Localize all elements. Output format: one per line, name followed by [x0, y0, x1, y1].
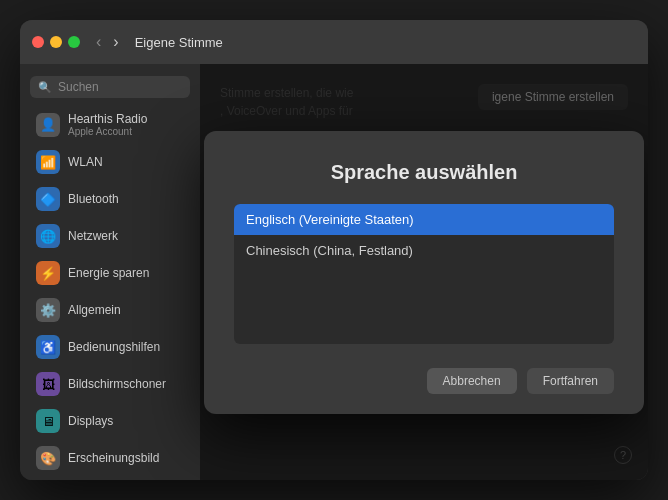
language-modal: Sprache auswählen Englisch (Vereinigte S… [204, 131, 644, 414]
language-item-en[interactable]: Englisch (Vereinigte Staaten) [234, 204, 614, 235]
bildschirmschoner-icon: 🖼 [36, 372, 60, 396]
bluetooth-icon: 🔷 [36, 187, 60, 211]
netzwerk-label: Netzwerk [68, 229, 118, 243]
nav-arrows: ‹ › [92, 31, 123, 53]
sidebar-item-bildschirmschoner[interactable]: 🖼 Bildschirmschoner [24, 366, 196, 402]
sidebar-item-wlan[interactable]: 📶 WLAN [24, 144, 196, 180]
energie-label: Energie sparen [68, 266, 149, 280]
erscheinungsbild-label: Erscheinungsbild [68, 451, 159, 465]
bedienungshilfen-icon: ♿ [36, 335, 60, 359]
sidebar-item-bluetooth[interactable]: 🔷 Bluetooth [24, 181, 196, 217]
modal-overlay: Sprache auswählen Englisch (Vereinigte S… [200, 64, 648, 480]
cancel-button[interactable]: Abbrechen [427, 368, 517, 394]
sidebar-item-allgemein[interactable]: ⚙️ Allgemein [24, 292, 196, 328]
window-title: Eigene Stimme [135, 35, 223, 50]
sidebar-item-erscheinungsbild[interactable]: 🎨 Erscheinungsbild [24, 440, 196, 476]
title-bar: ‹ › Eigene Stimme [20, 20, 648, 64]
language-list: Englisch (Vereinigte Staaten) Chinesisch… [234, 204, 614, 344]
wlan-label: WLAN [68, 155, 103, 169]
search-bar[interactable]: 🔍 Suchen [30, 76, 190, 98]
hearthis-label: Hearthis Radio [68, 112, 147, 126]
maximize-button[interactable] [68, 36, 80, 48]
hearthis-sublabel: Apple Account [68, 126, 147, 137]
sidebar-item-hearthis[interactable]: 👤 Hearthis Radio Apple Account [24, 106, 196, 143]
displays-icon: 🖥 [36, 409, 60, 433]
erscheinungsbild-icon: 🎨 [36, 446, 60, 470]
search-icon: 🔍 [38, 81, 52, 94]
bluetooth-label: Bluetooth [68, 192, 119, 206]
close-button[interactable] [32, 36, 44, 48]
main-content-panel: Stimme erstellen, die wie, VoiceOver und… [200, 64, 648, 480]
modal-buttons: Abbrechen Fortfahren [427, 368, 614, 394]
allgemein-label: Allgemein [68, 303, 121, 317]
sidebar-item-bedienungshilfen[interactable]: ♿ Bedienungshilfen [24, 329, 196, 365]
search-placeholder: Suchen [58, 80, 99, 94]
confirm-button[interactable]: Fortfahren [527, 368, 614, 394]
sidebar-item-netzwerk[interactable]: 🌐 Netzwerk [24, 218, 196, 254]
bedienungshilfen-label: Bedienungshilfen [68, 340, 160, 354]
traffic-lights [32, 36, 80, 48]
hearthis-content: Hearthis Radio Apple Account [68, 112, 147, 137]
hearthis-icon: 👤 [36, 113, 60, 137]
allgemein-icon: ⚙️ [36, 298, 60, 322]
bildschirmschoner-label: Bildschirmschoner [68, 377, 166, 391]
forward-button[interactable]: › [109, 31, 122, 53]
displays-label: Displays [68, 414, 113, 428]
content-area: 🔍 Suchen 👤 Hearthis Radio Apple Account … [20, 64, 648, 480]
language-item-zh[interactable]: Chinesisch (China, Festland) [234, 235, 614, 266]
energie-icon: ⚡ [36, 261, 60, 285]
modal-title: Sprache auswählen [331, 161, 518, 184]
back-button[interactable]: ‹ [92, 31, 105, 53]
minimize-button[interactable] [50, 36, 62, 48]
sidebar: 🔍 Suchen 👤 Hearthis Radio Apple Account … [20, 64, 200, 480]
main-window: ‹ › Eigene Stimme 🔍 Suchen 👤 Hearthis Ra… [20, 20, 648, 480]
sidebar-item-energie[interactable]: ⚡ Energie sparen [24, 255, 196, 291]
netzwerk-icon: 🌐 [36, 224, 60, 248]
sidebar-item-displays[interactable]: 🖥 Displays [24, 403, 196, 439]
wlan-icon: 📶 [36, 150, 60, 174]
